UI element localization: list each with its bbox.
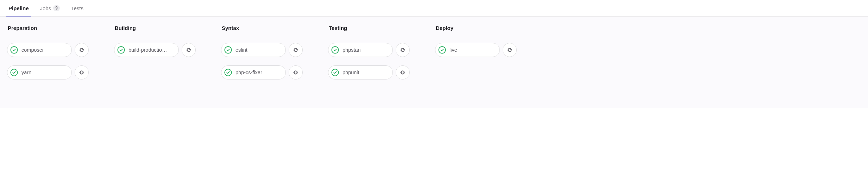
stage-column: Syntax eslint php-cs-fixer: [221, 25, 303, 79]
svg-point-0: [11, 46, 17, 53]
retry-icon: [293, 70, 298, 75]
job-name: phpstan: [342, 47, 361, 53]
status-success-icon: [224, 69, 232, 76]
retry-icon: [400, 70, 405, 75]
stage-column: Deploy live: [435, 25, 517, 57]
job-pill[interactable]: live: [435, 43, 500, 57]
status-success-icon: [331, 69, 339, 76]
tab-label: Jobs: [40, 5, 51, 11]
retry-button[interactable]: [75, 65, 89, 79]
job-pill[interactable]: build-productio…: [114, 43, 179, 57]
job-row: build-productio…: [114, 43, 196, 57]
svg-point-3: [225, 46, 231, 53]
status-success-icon: [438, 46, 446, 54]
job-pill[interactable]: yarn: [7, 65, 72, 79]
retry-icon: [79, 70, 84, 75]
job-row: eslint: [221, 43, 303, 57]
stage-title: Preparation: [7, 25, 89, 31]
svg-point-6: [332, 69, 338, 76]
retry-button[interactable]: [289, 65, 303, 79]
job-name: yarn: [21, 70, 31, 75]
retry-button[interactable]: [75, 43, 89, 57]
job-row: composer: [7, 43, 89, 57]
job-row: phpunit: [328, 65, 410, 79]
retry-button[interactable]: [503, 43, 517, 57]
job-pill[interactable]: phpunit: [328, 65, 393, 79]
job-pill[interactable]: phpstan: [328, 43, 393, 57]
job-row: live: [435, 43, 517, 57]
job-pill[interactable]: composer: [7, 43, 72, 57]
retry-icon: [400, 47, 405, 53]
job-pill[interactable]: eslint: [221, 43, 286, 57]
status-success-icon: [117, 46, 125, 54]
status-success-icon: [10, 46, 18, 54]
job-name: php-cs-fixer: [235, 70, 262, 75]
tab-jobs[interactable]: Jobs 9: [39, 0, 61, 16]
stage-title: Testing: [328, 25, 410, 31]
tab-label: Pipeline: [8, 5, 29, 11]
stage-title: Deploy: [435, 25, 517, 31]
svg-point-1: [11, 69, 17, 76]
tab-pipeline[interactable]: Pipeline: [7, 0, 30, 16]
job-name: build-productio…: [128, 47, 167, 53]
stage-column: Preparation composer yarn: [7, 25, 89, 79]
stage-jobs: build-productio…: [114, 43, 196, 57]
tab-tests[interactable]: Tests: [70, 0, 85, 16]
stage-column: Building build-productio…: [114, 25, 196, 57]
pipeline-tabs: Pipeline Jobs 9 Tests: [0, 0, 868, 17]
stage-jobs: composer yarn: [7, 43, 89, 79]
svg-point-7: [439, 46, 445, 53]
stage-jobs: eslint php-cs-fixer: [221, 43, 303, 79]
job-row: php-cs-fixer: [221, 65, 303, 79]
stage-column: Testing phpstan phpunit: [328, 25, 410, 79]
svg-point-4: [225, 69, 231, 76]
status-success-icon: [331, 46, 339, 54]
retry-icon: [186, 47, 191, 53]
status-success-icon: [10, 69, 18, 76]
retry-icon: [79, 47, 84, 53]
job-row: phpstan: [328, 43, 410, 57]
job-pill[interactable]: php-cs-fixer: [221, 65, 286, 79]
retry-icon: [507, 47, 512, 53]
job-name: composer: [21, 47, 44, 53]
jobs-count-badge: 9: [53, 5, 60, 11]
job-name: phpunit: [342, 70, 359, 75]
retry-button[interactable]: [396, 65, 410, 79]
job-name: eslint: [235, 47, 247, 53]
retry-button[interactable]: [289, 43, 303, 57]
tab-label: Tests: [71, 5, 83, 11]
retry-button[interactable]: [396, 43, 410, 57]
stage-title: Building: [114, 25, 196, 31]
svg-point-2: [118, 46, 124, 53]
status-success-icon: [224, 46, 232, 54]
pipeline-graph: Preparation composer yarn Building build…: [0, 17, 868, 108]
stage-jobs: phpstan phpunit: [328, 43, 410, 79]
stage-title: Syntax: [221, 25, 303, 31]
svg-point-5: [332, 46, 338, 53]
job-name: live: [449, 47, 457, 53]
job-row: yarn: [7, 65, 89, 79]
stage-jobs: live: [435, 43, 517, 57]
retry-button[interactable]: [182, 43, 196, 57]
retry-icon: [293, 47, 298, 53]
